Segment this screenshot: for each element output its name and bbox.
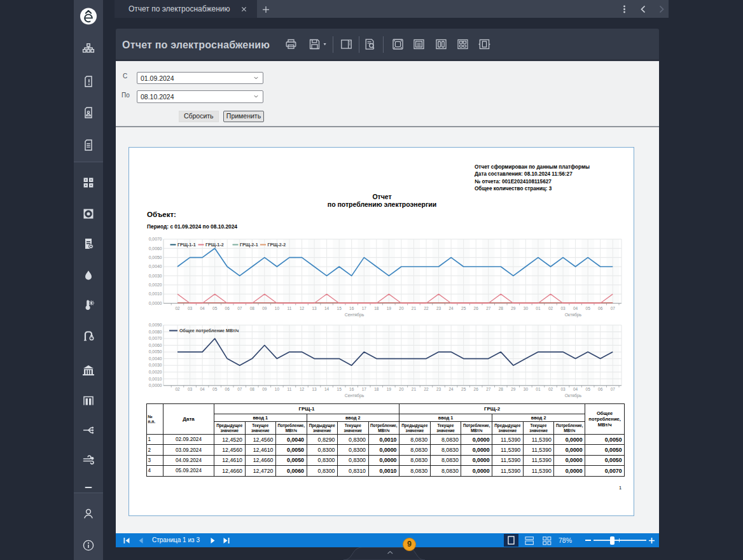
svg-text:25: 25 xyxy=(461,306,466,311)
svg-text:21: 21 xyxy=(412,306,417,311)
svg-text:12: 12 xyxy=(300,387,305,391)
svg-text:08: 08 xyxy=(250,306,255,311)
svg-text:03: 03 xyxy=(560,306,566,311)
svg-text:01: 01 xyxy=(536,387,541,391)
svg-text:0,0060: 0,0060 xyxy=(149,343,162,347)
svg-text:16: 16 xyxy=(349,306,354,311)
svg-text:19: 19 xyxy=(387,387,392,391)
svg-text:Сентябрь: Сентябрь xyxy=(345,312,365,318)
svg-text:04: 04 xyxy=(573,387,578,391)
svg-text:16: 16 xyxy=(349,387,354,391)
svg-text:14: 14 xyxy=(324,306,330,311)
svg-text:0,0070: 0,0070 xyxy=(149,336,162,340)
svg-text:03: 03 xyxy=(188,306,193,311)
svg-text:0,0020: 0,0020 xyxy=(149,370,162,374)
svg-text:ГРЩ-1-1: ГРЩ-1-1 xyxy=(177,242,196,248)
svg-text:15: 15 xyxy=(337,306,342,311)
svg-text:03: 03 xyxy=(560,387,566,391)
svg-text:13: 13 xyxy=(312,387,317,391)
svg-text:Сентябрь: Сентябрь xyxy=(345,393,365,398)
svg-text:09: 09 xyxy=(262,387,267,391)
svg-text:ГРЩ-2-1: ГРЩ-2-1 xyxy=(240,242,258,248)
svg-text:0,0090: 0,0090 xyxy=(149,323,162,327)
svg-text:30: 30 xyxy=(524,306,529,311)
svg-text:04: 04 xyxy=(573,306,578,311)
svg-text:23: 23 xyxy=(436,387,441,391)
svg-text:0,0040: 0,0040 xyxy=(149,264,162,269)
svg-text:11: 11 xyxy=(288,306,292,311)
svg-text:0,0010: 0,0010 xyxy=(149,291,162,296)
svg-text:20: 20 xyxy=(399,306,404,311)
svg-text:23: 23 xyxy=(436,306,441,311)
svg-text:Октябрь: Октябрь xyxy=(565,393,582,398)
svg-text:10: 10 xyxy=(275,306,280,311)
svg-text:0,0000: 0,0000 xyxy=(149,301,162,305)
svg-text:26: 26 xyxy=(474,387,479,391)
svg-text:05: 05 xyxy=(212,387,218,391)
svg-text:03: 03 xyxy=(188,387,193,391)
svg-text:07: 07 xyxy=(237,306,242,311)
svg-text:22: 22 xyxy=(424,387,429,391)
svg-text:0,0060: 0,0060 xyxy=(149,246,162,251)
svg-text:27: 27 xyxy=(486,387,491,391)
svg-text:09: 09 xyxy=(262,306,267,311)
svg-text:24: 24 xyxy=(448,306,454,311)
svg-text:05: 05 xyxy=(586,387,591,391)
svg-text:Октябрь: Октябрь xyxy=(565,312,582,318)
svg-text:28: 28 xyxy=(499,306,504,311)
svg-text:0,0050: 0,0050 xyxy=(149,349,162,354)
svg-text:0,0050: 0,0050 xyxy=(149,255,162,260)
svg-text:0,0010: 0,0010 xyxy=(149,377,162,381)
svg-text:22: 22 xyxy=(424,306,429,311)
svg-text:0,0070: 0,0070 xyxy=(149,237,162,241)
svg-text:06: 06 xyxy=(225,387,230,391)
svg-text:Общее потребление МВт/ч: Общее потребление МВт/ч xyxy=(179,328,239,333)
svg-text:0,0080: 0,0080 xyxy=(149,330,162,334)
svg-text:0,0030: 0,0030 xyxy=(149,363,162,367)
svg-text:17: 17 xyxy=(362,387,367,391)
svg-text:0,0020: 0,0020 xyxy=(149,283,162,287)
svg-text:04: 04 xyxy=(200,387,205,391)
svg-text:02: 02 xyxy=(175,306,180,311)
svg-text:07: 07 xyxy=(237,387,242,391)
svg-text:11: 11 xyxy=(288,387,292,391)
svg-text:07: 07 xyxy=(611,387,616,391)
svg-text:02: 02 xyxy=(548,306,553,311)
svg-text:02: 02 xyxy=(548,387,553,391)
svg-text:27: 27 xyxy=(486,306,491,311)
svg-text:06: 06 xyxy=(598,387,603,391)
svg-text:30: 30 xyxy=(524,387,529,391)
svg-text:01: 01 xyxy=(536,306,541,311)
svg-text:14: 14 xyxy=(324,387,330,391)
svg-text:0,0040: 0,0040 xyxy=(149,356,162,361)
svg-text:05: 05 xyxy=(586,306,591,311)
svg-text:06: 06 xyxy=(598,306,603,311)
svg-text:17: 17 xyxy=(362,306,367,311)
svg-text:29: 29 xyxy=(511,306,516,311)
svg-text:08: 08 xyxy=(250,387,255,391)
svg-text:06: 06 xyxy=(225,306,230,311)
svg-text:15: 15 xyxy=(337,387,342,391)
svg-text:ГРЩ-1-2: ГРЩ-1-2 xyxy=(205,242,224,248)
svg-text:24: 24 xyxy=(448,387,454,391)
svg-text:10: 10 xyxy=(275,387,280,391)
svg-text:04: 04 xyxy=(200,306,205,311)
svg-text:02: 02 xyxy=(175,387,180,391)
svg-text:07: 07 xyxy=(611,306,616,311)
svg-text:13: 13 xyxy=(312,306,317,311)
svg-text:25: 25 xyxy=(461,387,466,391)
svg-text:18: 18 xyxy=(374,306,379,311)
svg-text:26: 26 xyxy=(474,306,479,311)
svg-text:12: 12 xyxy=(300,306,305,311)
svg-text:ГРЩ-2-2: ГРЩ-2-2 xyxy=(268,242,286,248)
svg-text:21: 21 xyxy=(412,387,417,391)
svg-text:05: 05 xyxy=(212,306,218,311)
svg-text:20: 20 xyxy=(399,387,404,391)
svg-text:0,0000: 0,0000 xyxy=(149,383,162,388)
svg-text:0,0030: 0,0030 xyxy=(149,274,162,278)
svg-text:18: 18 xyxy=(374,387,379,391)
svg-text:19: 19 xyxy=(387,306,392,311)
svg-text:29: 29 xyxy=(511,387,516,391)
svg-text:28: 28 xyxy=(499,387,504,391)
